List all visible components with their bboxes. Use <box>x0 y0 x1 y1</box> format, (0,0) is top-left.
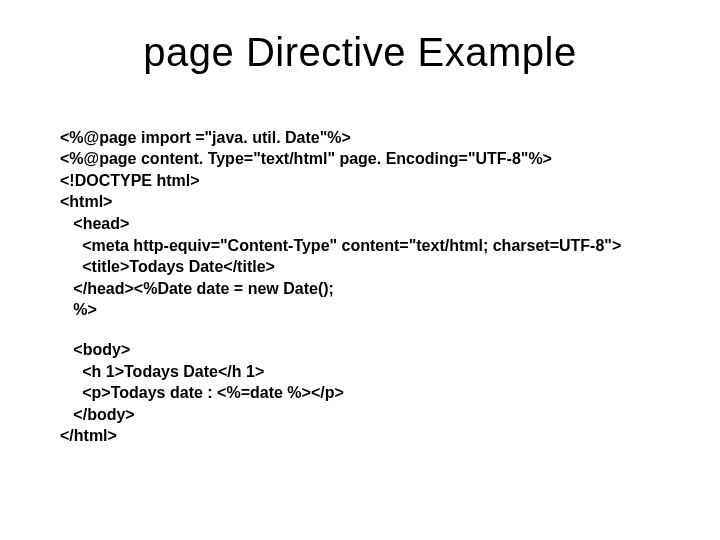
code-line: %> <box>60 301 97 318</box>
code-line: <title>Todays Date</title> <box>60 258 275 275</box>
code-line: </html> <box>60 427 117 444</box>
code-line: <!DOCTYPE html> <box>60 172 200 189</box>
blank-line <box>60 321 660 339</box>
slide: page Directive Example <%@page import ="… <box>0 0 720 540</box>
code-line: </head><%Date date = new Date(); <box>60 280 334 297</box>
code-line: <html> <box>60 193 112 210</box>
code-line: <%@page import ="java. util. Date"%> <box>60 129 351 146</box>
code-line: <p>Todays date : <%=date %></p> <box>60 384 344 401</box>
code-line: </body> <box>60 406 135 423</box>
code-line: <%@page content. Type="text/html" page. … <box>60 150 552 167</box>
code-line: <meta http-equiv="Content-Type" content=… <box>60 237 621 254</box>
code-block: <%@page import ="java. util. Date"%> <%@… <box>60 105 660 469</box>
code-line: <head> <box>60 215 129 232</box>
slide-title: page Directive Example <box>60 30 660 75</box>
code-line: <body> <box>60 341 130 358</box>
code-line: <h 1>Todays Date</h 1> <box>60 363 264 380</box>
